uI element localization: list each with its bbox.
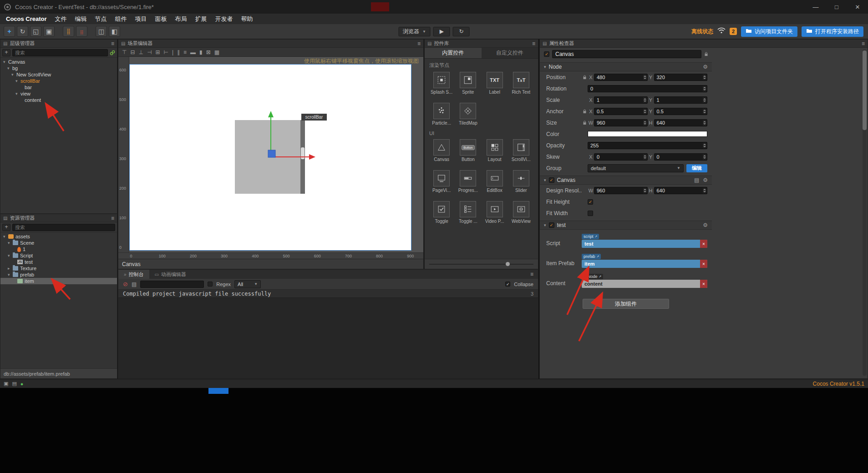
lock-icon[interactable] — [582, 121, 588, 125]
library-item-rich-text[interactable]: TxTRich Text — [508, 72, 534, 95]
rotation-input[interactable]: 0 — [588, 85, 707, 92]
opacity-input[interactable]: 255 — [588, 142, 707, 149]
scale-tool-icon[interactable]: ◱ — [30, 26, 41, 37]
expand-toggle-icon[interactable]: ▾ — [3, 234, 8, 239]
size-h-input[interactable]: 640 — [654, 119, 708, 126]
log-status-icon[interactable]: ▤ — [12, 381, 16, 387]
distribute-vertical-icon[interactable]: ≡ — [183, 49, 187, 55]
library-item-pagevi-[interactable]: PageVi... — [428, 170, 455, 193]
library-item-progres-[interactable]: Progres... — [455, 170, 481, 193]
expand-toggle-icon[interactable]: ▾ — [15, 91, 20, 96]
menu-icon[interactable]: ≡ — [111, 215, 114, 221]
gear-icon[interactable]: ⚙ — [703, 222, 708, 228]
menu-item-编辑[interactable]: 编辑 — [71, 14, 91, 24]
log-entry[interactable]: Compiled project javascript file success… — [118, 290, 538, 298]
node-active-checkbox[interactable] — [544, 51, 549, 57]
menu-item-开发者[interactable]: 开发者 — [211, 14, 237, 24]
number-stepper[interactable] — [703, 75, 706, 80]
tab-animation-editor[interactable]: ▭ 动画编辑器 — [149, 270, 192, 279]
number-stepper[interactable] — [643, 75, 647, 80]
add-asset-button[interactable]: + — [2, 224, 10, 231]
expand-toggle-icon[interactable]: ▸ — [8, 266, 13, 271]
asset-node-Script[interactable]: ▾Script — [0, 252, 117, 259]
taskbar-active-app[interactable] — [208, 388, 228, 394]
library-item-label[interactable]: TXTLabel — [482, 72, 508, 95]
library-item-button[interactable]: ButtonButton — [455, 139, 481, 162]
asset-node-prefab[interactable]: ▾prefab — [0, 272, 117, 278]
menu-item-扩展[interactable]: 扩展 — [191, 14, 211, 24]
menu-icon[interactable]: ≡ — [111, 40, 114, 47]
transform-gizmo[interactable] — [130, 65, 412, 251]
align-right-icon[interactable]: ⊢ — [163, 49, 168, 55]
menu-item-面板[interactable]: 面板 — [151, 14, 171, 24]
scrollbar-handle[interactable] — [863, 50, 867, 130]
expand-toggle-icon[interactable]: ▾ — [8, 241, 13, 245]
tab-console[interactable]: » 控制台 — [118, 270, 149, 279]
assets-search-input[interactable] — [12, 224, 115, 231]
library-item-toggle[interactable]: Toggle — [428, 201, 455, 224]
library-item-sprite[interactable]: Sprite — [455, 72, 481, 95]
distribute-horizontal-icon[interactable]: ∥ — [177, 49, 180, 55]
library-item-webview[interactable]: WebView — [508, 201, 534, 224]
menu-item-项目[interactable]: 项目 — [131, 14, 151, 24]
expand-toggle-icon[interactable]: ▾ — [8, 272, 13, 277]
rect-tool-icon[interactable]: ▣ — [43, 26, 55, 37]
rotate-tool-icon[interactable]: ↻ — [17, 26, 28, 37]
gear-icon[interactable]: ⚙ — [703, 64, 708, 70]
asset-node-assets[interactable]: ▾assets — [0, 233, 117, 240]
open-log-file-icon[interactable]: ▤ — [132, 281, 137, 287]
remove-reference-button[interactable]: × — [700, 240, 707, 248]
maximize-button[interactable]: □ — [826, 0, 847, 14]
edit-group-button[interactable]: 编辑 — [686, 164, 707, 172]
skew-y-input[interactable]: 0 — [654, 153, 708, 161]
library-item-video-p-[interactable]: Video P... — [482, 201, 508, 224]
anchor-y-input[interactable]: 0.5 — [654, 108, 708, 115]
asset-node-Texture[interactable]: ▸Texture — [0, 265, 117, 272]
component-enabled-checkbox[interactable] — [549, 222, 554, 228]
anchor-x-input[interactable]: 0.5 — [594, 108, 648, 115]
section-canvas-component[interactable]: ▾ Canvas ▤ ⚙ — [540, 176, 712, 185]
scale-y-input[interactable]: 1 — [654, 96, 708, 104]
same-height-icon[interactable]: ▮ — [199, 49, 203, 55]
number-stepper[interactable] — [703, 120, 706, 126]
number-stepper[interactable] — [703, 154, 706, 160]
scene-viewport[interactable]: 使用鼠标右键平移视窗焦点，使用滚轮缩放视图 scrollBar 60050040… — [118, 57, 423, 259]
close-button[interactable]: ✕ — [847, 0, 868, 14]
expand-toggle-icon[interactable]: ▾ — [11, 72, 16, 77]
group-dropdown[interactable]: default ▼ — [588, 164, 684, 172]
number-stepper[interactable] — [643, 188, 647, 193]
grid-icon[interactable]: ▦ — [214, 49, 219, 55]
collapse-icon[interactable]: ▾ — [544, 65, 546, 69]
library-item-tiledmap[interactable]: TiledMap — [455, 103, 481, 126]
number-stepper[interactable] — [643, 154, 647, 160]
coord-toggle-icon[interactable]: ⣶ — [76, 26, 87, 37]
content-reference-field[interactable]: content × — [582, 280, 707, 288]
collapse-checkbox[interactable] — [505, 282, 510, 287]
reload-button[interactable]: ↻ — [453, 27, 470, 36]
log-filter-input[interactable] — [140, 281, 204, 288]
tab-builtin-controls[interactable]: 内置控件 — [425, 48, 482, 58]
collapse-icon[interactable]: ▾ — [544, 223, 546, 227]
scale-x-input[interactable]: 1 — [594, 96, 648, 104]
gear-icon[interactable]: ⚙ — [703, 177, 708, 183]
zoom-slider-track[interactable] — [429, 264, 533, 265]
node-name-field[interactable]: Canvas — [552, 50, 701, 58]
library-item-slider[interactable]: Slider — [508, 170, 534, 193]
online-status-icon[interactable]: ● — [20, 381, 24, 387]
fit-width-checkbox[interactable] — [588, 211, 593, 216]
lock-icon[interactable] — [704, 52, 708, 56]
menu-item-布局[interactable]: 布局 — [171, 14, 191, 24]
move-tool-icon[interactable]: + — [4, 26, 15, 37]
menu-icon[interactable]: ≡ — [530, 270, 538, 279]
library-item-toggle-[interactable]: Toggle ... — [455, 201, 481, 224]
library-item-particle-[interactable]: Particle... — [428, 103, 455, 126]
asset-node-Scene[interactable]: ▾Scene — [0, 240, 117, 246]
component-enabled-checkbox[interactable] — [549, 177, 554, 183]
play-button[interactable]: ▶ — [433, 27, 450, 36]
asset-node-1[interactable]: 1 — [0, 246, 117, 252]
add-node-button[interactable]: + — [2, 49, 10, 56]
number-stepper[interactable] — [703, 109, 706, 114]
script-reference-field[interactable]: test × — [582, 240, 707, 248]
color-swatch[interactable] — [588, 131, 707, 137]
section-node[interactable]: ▾ Node ⚙ — [540, 62, 712, 71]
